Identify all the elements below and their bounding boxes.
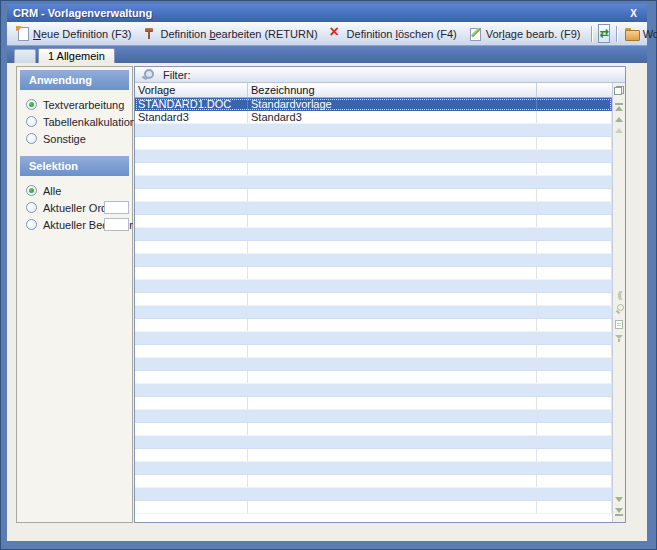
cell-bezeichnung xyxy=(248,280,537,292)
vorlage-bearbeiten-button[interactable]: Vorlage bearb. (F9) xyxy=(464,24,588,44)
table-row[interactable] xyxy=(135,436,612,449)
search-icon[interactable] xyxy=(615,304,624,314)
radio-indicator[interactable] xyxy=(26,116,37,127)
tab-strip: 1 Allgemein xyxy=(7,46,647,63)
table-row[interactable] xyxy=(135,137,612,150)
cell-vorlage xyxy=(135,410,248,422)
table-row[interactable] xyxy=(135,462,612,475)
radio-indicator[interactable] xyxy=(26,219,37,230)
table-row[interactable] xyxy=(135,345,612,358)
neue-definition-button[interactable]: Neue Definition (F3) xyxy=(11,24,138,44)
scroll-up-faded-icon[interactable] xyxy=(615,128,623,133)
definition-loeschen-button[interactable]: Definition löschen (F4) xyxy=(325,24,464,44)
cell-vorlage xyxy=(135,254,248,266)
table-row[interactable] xyxy=(135,189,612,202)
radio-indicator[interactable] xyxy=(26,202,37,213)
table-row[interactable] xyxy=(135,410,612,423)
cell-vorlage xyxy=(135,397,248,409)
table-row[interactable] xyxy=(135,332,612,345)
cell-vorlage xyxy=(135,202,248,214)
table-row[interactable] xyxy=(135,423,612,436)
radio-option-aktueller-bediener[interactable]: Aktueller Bediener xyxy=(17,216,132,233)
table-row[interactable] xyxy=(135,150,612,163)
radio-label: Textverarbeitung xyxy=(43,99,124,111)
aktueller-ordner-input[interactable] xyxy=(104,201,129,214)
table-row[interactable] xyxy=(135,163,612,176)
window-title: CRM - Vorlagenverwaltung xyxy=(13,7,626,19)
cell-vorlage: STANDARD1.DOC xyxy=(135,98,248,110)
cell-extra xyxy=(537,98,612,110)
definition-loeschen-label: Definition löschen (F4) xyxy=(347,28,457,40)
refresh-icon: ⇄ xyxy=(599,28,608,39)
radio-option-textverarbeitung[interactable]: Textverarbeitung xyxy=(17,96,132,113)
export-icon[interactable] xyxy=(615,320,623,329)
cell-bezeichnung xyxy=(248,410,537,422)
table-row[interactable]: STANDARD1.DOCStandardvorlage xyxy=(135,98,612,111)
filter-label: Filter: xyxy=(163,69,191,81)
cell-extra xyxy=(537,306,612,318)
column-header-extra[interactable] xyxy=(537,83,612,97)
table-row[interactable] xyxy=(135,501,612,514)
scroll-to-top-icon[interactable] xyxy=(615,102,623,111)
cell-vorlage xyxy=(135,267,248,279)
column-header-vorlage[interactable]: Vorlage xyxy=(135,83,248,97)
table-row[interactable] xyxy=(135,475,612,488)
radio-option-sonstige[interactable]: Sonstige xyxy=(17,130,132,147)
table-row[interactable] xyxy=(135,254,612,267)
close-button[interactable]: X xyxy=(626,8,641,19)
radio-label: Sonstige xyxy=(43,133,86,145)
cell-vorlage xyxy=(135,371,248,383)
table-row[interactable] xyxy=(135,397,612,410)
radio-indicator[interactable] xyxy=(26,133,37,144)
cell-extra xyxy=(537,111,612,123)
filter-funnel-icon[interactable] xyxy=(615,335,623,342)
column-chooser-icon[interactable] xyxy=(614,86,624,95)
word-steuerformate-button[interactable]: Word-Steuerformate (F6) xyxy=(621,24,657,44)
table-row[interactable] xyxy=(135,202,612,215)
table-row[interactable] xyxy=(135,228,612,241)
table-row[interactable] xyxy=(135,371,612,384)
table-row[interactable] xyxy=(135,319,612,332)
table-row[interactable] xyxy=(135,358,612,371)
table-row[interactable] xyxy=(135,306,612,319)
table-row[interactable] xyxy=(135,293,612,306)
anwendung-options: TextverarbeitungTabellenkalkulationSonst… xyxy=(17,96,132,147)
cell-extra xyxy=(537,371,612,383)
toolbar-separator xyxy=(591,26,592,42)
table-row[interactable] xyxy=(135,176,612,189)
cell-extra xyxy=(537,384,612,396)
radio-option-alle[interactable]: Alle xyxy=(17,182,132,199)
cell-vorlage: Standard3 xyxy=(135,111,248,123)
scroll-up-icon[interactable] xyxy=(615,117,623,122)
table-row[interactable] xyxy=(135,280,612,293)
cell-bezeichnung xyxy=(248,436,537,448)
definition-bearbeiten-button[interactable]: Definition bearbeiten (RETURN) xyxy=(138,24,324,44)
cell-vorlage xyxy=(135,306,248,318)
scroll-to-bottom-icon[interactable] xyxy=(615,508,623,517)
table-row[interactable] xyxy=(135,215,612,228)
cell-bezeichnung xyxy=(248,202,537,214)
table-row[interactable] xyxy=(135,384,612,397)
cell-vorlage xyxy=(135,462,248,474)
cell-vorlage xyxy=(135,345,248,357)
radio-indicator[interactable] xyxy=(26,185,37,196)
cell-extra xyxy=(537,293,612,305)
cell-extra xyxy=(537,202,612,214)
table-row[interactable] xyxy=(135,488,612,501)
radio-option-tabellenkalkulation[interactable]: Tabellenkalkulation xyxy=(17,113,132,130)
tab-allgemein[interactable]: 1 Allgemein xyxy=(38,48,115,63)
table-row[interactable] xyxy=(135,124,612,137)
refresh-templates-button[interactable]: ⇄ xyxy=(598,24,609,43)
table-row[interactable] xyxy=(135,267,612,280)
scroll-down-icon[interactable] xyxy=(615,497,623,502)
table-row[interactable]: Standard3Standard3 xyxy=(135,111,612,124)
table-row[interactable] xyxy=(135,449,612,462)
table-row[interactable] xyxy=(135,241,612,254)
radio-indicator[interactable] xyxy=(26,99,37,110)
aktueller-bediener-input[interactable] xyxy=(104,218,129,231)
radio-option-aktueller-ordner[interactable]: Aktueller Ordner xyxy=(17,199,132,216)
auto-width-icon[interactable] xyxy=(618,288,621,298)
column-header-bezeichnung[interactable]: Bezeichnung xyxy=(248,83,537,97)
filter-bar[interactable]: Filter: xyxy=(135,67,625,83)
window-frame: CRM - Vorlagenverwaltung X Neue Definiti… xyxy=(2,2,655,548)
